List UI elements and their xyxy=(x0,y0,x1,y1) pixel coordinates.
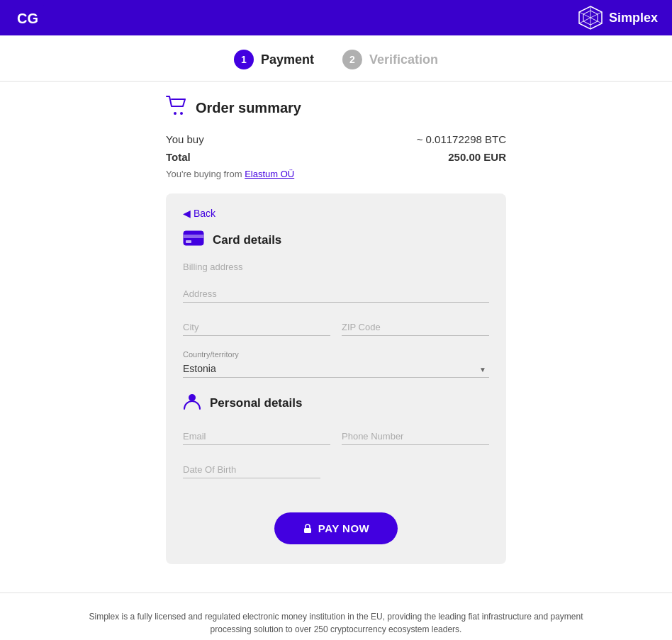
country-label: Country/territory xyxy=(183,350,489,359)
coingate-logo-area: CG xyxy=(14,5,45,30)
footer: Simplex is a fully licensed and regulate… xyxy=(0,593,672,640)
address-input[interactable] xyxy=(183,283,489,303)
country-select[interactable]: Estonia Latvia Lithuania Finland Germany… xyxy=(183,360,489,378)
svg-text:CG: CG xyxy=(17,11,38,26)
billing-address-label: Billing address xyxy=(183,262,489,272)
merchant-link[interactable]: Elastum OÜ xyxy=(245,169,294,179)
phone-input-group xyxy=(342,426,489,445)
buying-from: You're buying from Elastum OÜ xyxy=(166,169,506,179)
city-zip-row xyxy=(183,317,489,350)
address-input-group xyxy=(183,283,489,303)
personal-details-section: Personal details xyxy=(183,392,489,478)
step2-circle: 2 xyxy=(342,50,362,69)
personal-details-title-text: Personal details xyxy=(210,396,302,410)
city-input[interactable] xyxy=(183,317,330,336)
personal-details-title-row: Personal details xyxy=(183,392,489,415)
email-input-group xyxy=(183,426,330,445)
order-summary-title-row: Order summary xyxy=(166,96,506,120)
cart-icon xyxy=(166,96,187,120)
order-summary-title-text: Order summary xyxy=(196,100,301,116)
steps-container: 1 Payment 2 Verification xyxy=(0,35,672,82)
total-value: 250.00 EUR xyxy=(448,151,506,163)
simplex-label: Simplex xyxy=(609,11,658,26)
country-input-group: Country/territory Estonia Latvia Lithuan… xyxy=(183,350,489,378)
total-label: Total xyxy=(166,151,191,163)
back-link[interactable]: ◀ Back xyxy=(183,208,489,219)
country-select-wrapper: Estonia Latvia Lithuania Finland Germany… xyxy=(183,360,489,378)
card-icon xyxy=(183,230,204,250)
email-input[interactable] xyxy=(183,426,330,445)
person-icon xyxy=(183,392,201,415)
dob-input[interactable] xyxy=(183,459,320,478)
phone-input[interactable] xyxy=(342,426,489,445)
header: CG Simplex xyxy=(0,0,672,35)
zip-input-group xyxy=(342,317,489,336)
step1-circle: 1 xyxy=(234,50,254,69)
svg-rect-13 xyxy=(304,528,311,533)
pay-now-container: PAY NOW xyxy=(183,495,489,544)
order-summary-section: Order summary You buy ~ 0.01172298 BTC T… xyxy=(166,82,506,186)
svg-point-8 xyxy=(180,112,183,115)
svg-rect-11 xyxy=(186,240,191,243)
step-verification: 2 Verification xyxy=(342,50,438,69)
pay-now-label: PAY NOW xyxy=(318,522,369,534)
back-arrow-icon: ◀ xyxy=(183,208,191,219)
step1-label: Payment xyxy=(261,52,314,67)
content-wrapper: Order summary You buy ~ 0.01172298 BTC T… xyxy=(159,82,513,564)
main-content: Order summary You buy ~ 0.01172298 BTC T… xyxy=(0,82,672,593)
you-buy-row: You buy ~ 0.01172298 BTC xyxy=(166,133,506,145)
svg-point-12 xyxy=(189,394,196,401)
coingate-logo-icon: CG xyxy=(14,5,45,30)
dob-input-group xyxy=(183,459,320,478)
svg-point-7 xyxy=(174,112,177,115)
step2-label: Verification xyxy=(369,52,438,67)
card-details-title-text: Card details xyxy=(213,233,281,247)
form-card: ◀ Back Card details Billing address xyxy=(166,193,506,564)
svg-rect-10 xyxy=(184,235,203,238)
city-input-group xyxy=(183,317,330,336)
lock-icon xyxy=(303,524,313,534)
card-details-title-row: Card details xyxy=(183,230,489,250)
step-payment: 1 Payment xyxy=(234,50,314,69)
simplex-logo-area: Simplex xyxy=(578,5,658,30)
email-phone-row xyxy=(183,426,489,459)
zip-input[interactable] xyxy=(342,317,489,336)
you-buy-value: ~ 0.01172298 BTC xyxy=(417,133,506,145)
total-row: Total 250.00 EUR xyxy=(166,151,506,163)
pay-now-button[interactable]: PAY NOW xyxy=(274,512,398,544)
simplex-icon xyxy=(578,5,603,30)
footer-text: Simplex is a fully licensed and regulate… xyxy=(88,610,584,636)
you-buy-label: You buy xyxy=(166,133,204,145)
